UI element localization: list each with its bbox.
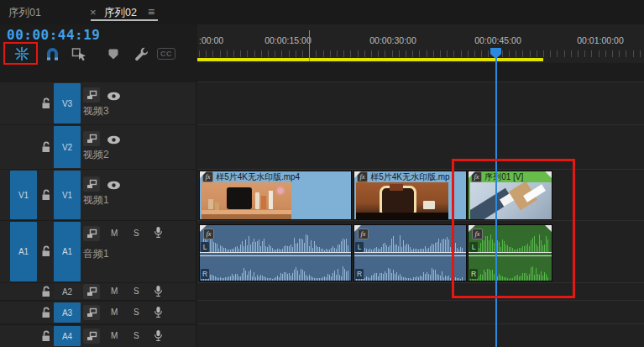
lane-a4[interactable] bbox=[197, 323, 644, 347]
panel-menu-icon[interactable]: ≡ bbox=[148, 5, 154, 18]
active-tab-underline bbox=[91, 19, 158, 21]
lane-v3[interactable] bbox=[197, 81, 644, 124]
lock-icon[interactable] bbox=[41, 245, 51, 260]
track-output-eye-icon[interactable] bbox=[107, 178, 121, 193]
lock-icon[interactable] bbox=[41, 97, 51, 113]
source-patch-v1[interactable]: V1 bbox=[10, 171, 37, 219]
mute-button[interactable]: M bbox=[111, 331, 118, 340]
track-enable-v1[interactable]: V1 bbox=[54, 171, 81, 219]
channel-right-label: R bbox=[355, 269, 364, 279]
lane-a3[interactable] bbox=[197, 300, 644, 323]
clip-thumbnail bbox=[356, 182, 448, 220]
solo-button[interactable]: S bbox=[134, 308, 139, 317]
video-clip-nested-sequence[interactable]: fx 序列01 [V] bbox=[468, 171, 552, 220]
fx-badge: fx bbox=[472, 229, 483, 239]
track-header-v2: V2 视频2 bbox=[0, 125, 196, 169]
lock-icon[interactable] bbox=[41, 330, 51, 345]
track-label-v1: 视频1 bbox=[83, 193, 109, 208]
playhead-line[interactable] bbox=[495, 57, 497, 347]
track-enable-a4[interactable]: A4 bbox=[54, 326, 81, 346]
snap-magnet-icon[interactable] bbox=[43, 45, 61, 62]
mute-button[interactable]: M bbox=[111, 229, 118, 238]
lock-icon[interactable] bbox=[41, 189, 51, 204]
ruler-marker-line bbox=[309, 30, 310, 61]
panel-tab-bar: 序列01 × 序列02 ≡ bbox=[0, 0, 644, 24]
track-header-a1: A1 A1 M S 音频1 bbox=[0, 221, 196, 282]
sync-lock-icon[interactable] bbox=[83, 226, 100, 241]
mute-button[interactable]: M bbox=[111, 308, 118, 317]
mute-button[interactable]: M bbox=[111, 287, 118, 296]
work-area-bar[interactable] bbox=[197, 58, 543, 61]
track-label-v3: 视频3 bbox=[83, 104, 109, 118]
voiceover-mic-icon[interactable] bbox=[154, 226, 163, 242]
sync-lock-icon[interactable] bbox=[83, 329, 100, 344]
clip-title: 样5片4K无水印版.mp bbox=[370, 171, 449, 182]
track-enable-v2[interactable]: V2 bbox=[54, 126, 81, 168]
close-tab-icon[interactable]: × bbox=[90, 6, 97, 18]
playhead-timecode[interactable]: 00:00:44:19 bbox=[7, 27, 100, 43]
solo-button[interactable]: S bbox=[134, 331, 139, 340]
source-patch-a1[interactable]: A1 bbox=[10, 222, 37, 281]
channel-right-label: R bbox=[201, 269, 209, 279]
video-clip-2[interactable]: fx 样5片4K无水印版.mp bbox=[353, 171, 467, 220]
add-marker-icon[interactable] bbox=[104, 45, 123, 62]
track-enable-a2[interactable]: A2 bbox=[54, 284, 81, 299]
sync-lock-icon[interactable] bbox=[83, 305, 100, 320]
channel-left-label: L bbox=[355, 242, 364, 252]
nest-insert-icon[interactable] bbox=[13, 45, 31, 62]
audio-clip-nested-sequence[interactable]: fx L R bbox=[468, 224, 552, 281]
track-header-v1: V1 V1 视频1 bbox=[0, 170, 196, 220]
track-output-eye-icon[interactable] bbox=[107, 133, 121, 148]
premiere-timeline-panel: 序列01 × 序列02 ≡ 00:00:44:19 bbox=[0, 0, 644, 347]
voiceover-mic-icon[interactable] bbox=[154, 329, 163, 345]
fx-badge: fx bbox=[358, 229, 369, 239]
sync-lock-icon[interactable] bbox=[83, 131, 100, 146]
sync-lock-icon[interactable] bbox=[83, 87, 100, 103]
lock-icon[interactable] bbox=[41, 286, 51, 301]
track-header-a3: A3 M S bbox=[0, 302, 196, 323]
solo-button[interactable]: S bbox=[134, 229, 139, 238]
tab-sequence-01[interactable]: 序列01 bbox=[8, 6, 41, 20]
captions-icon[interactable]: CC bbox=[157, 45, 175, 62]
sync-lock-icon[interactable] bbox=[83, 176, 100, 192]
track-enable-v3[interactable]: V3 bbox=[54, 83, 81, 124]
track-label-a1: 音频1 bbox=[83, 247, 109, 261]
channel-left-label: L bbox=[469, 242, 478, 252]
track-output-eye-icon[interactable] bbox=[107, 89, 121, 104]
voiceover-mic-icon[interactable] bbox=[154, 306, 163, 322]
channel-left-label: L bbox=[201, 242, 209, 252]
audio-clip-1[interactable]: fx L R bbox=[199, 224, 352, 281]
channel-right-label: R bbox=[469, 269, 478, 279]
clip-corner-marker bbox=[545, 225, 552, 232]
lock-icon[interactable] bbox=[41, 307, 51, 322]
voiceover-mic-icon[interactable] bbox=[154, 285, 163, 301]
fx-badge: fx bbox=[203, 229, 214, 239]
lane-v2[interactable] bbox=[197, 124, 644, 169]
clip-title: 序列01 [V] bbox=[484, 171, 523, 182]
tab-sequence-02[interactable]: 序列02 bbox=[104, 6, 137, 20]
clip-thumbnail bbox=[470, 182, 552, 220]
track-header-v3: V3 视频3 bbox=[0, 82, 196, 124]
solo-button[interactable]: S bbox=[134, 287, 139, 296]
video-clip-1[interactable]: fx 样5片4K无水印版.mp4 bbox=[199, 171, 352, 220]
timeline-settings-wrench-icon[interactable] bbox=[132, 45, 150, 62]
lane-a2[interactable] bbox=[197, 282, 644, 300]
clip-title: 样5片4K无水印版.mp4 bbox=[216, 171, 300, 182]
captions-label: CC bbox=[157, 48, 175, 60]
track-header-a4: A4 M S bbox=[0, 325, 196, 347]
lock-icon[interactable] bbox=[41, 141, 51, 156]
audio-clip-2[interactable]: fx L R bbox=[353, 224, 467, 281]
clip-thumbnail bbox=[202, 182, 291, 220]
track-enable-a3[interactable]: A3 bbox=[54, 302, 81, 323]
track-enable-a1[interactable]: A1 bbox=[54, 222, 81, 281]
linked-selection-icon[interactable] bbox=[70, 45, 88, 62]
track-label-v2: 视频2 bbox=[83, 148, 109, 162]
track-header-a2: A2 M S bbox=[0, 283, 196, 300]
sync-lock-icon[interactable] bbox=[83, 284, 100, 299]
